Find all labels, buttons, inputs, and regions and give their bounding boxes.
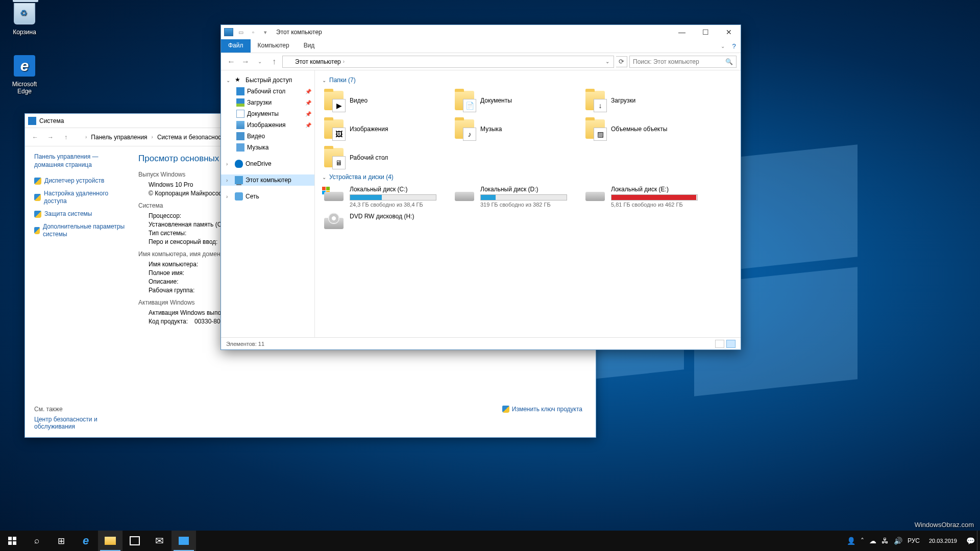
folder-item[interactable]: ↓Загрузки xyxy=(583,88,706,113)
sidebar-link-advanced-settings[interactable]: Дополнительные параметры системы xyxy=(34,223,127,238)
forward-button[interactable]: → xyxy=(44,131,57,143)
minimize-button[interactable]: — xyxy=(670,25,694,39)
shield-icon xyxy=(34,227,40,234)
see-also-header: См. также xyxy=(34,406,106,413)
drive-item-dvd[interactable]: DVD RW дисковод (H:) xyxy=(322,212,445,235)
drive-item[interactable]: Локальный диск (D:)319 ГБ свободно из 38… xyxy=(453,185,575,209)
drive-free-space: 5,81 ГБ свободно из 462 ГБ xyxy=(611,202,698,208)
folder-icon: 📄 xyxy=(454,90,475,111)
desktop-icon-recycle-bin[interactable]: ♻ Корзина xyxy=(5,3,44,36)
window-titlebar[interactable]: ▭ ▫ ▾ Этот компьютер — ☐ ✕ xyxy=(221,25,741,39)
network-tray-icon[interactable]: 🖧 xyxy=(881,537,889,545)
forward-button[interactable]: → xyxy=(239,56,252,68)
folder-icon xyxy=(105,537,116,545)
people-icon[interactable]: 👤 xyxy=(847,537,855,545)
qat-dropdown[interactable]: ▾ xyxy=(260,27,271,38)
taskbar-file-explorer[interactable] xyxy=(98,531,122,551)
breadcrumb[interactable]: Панель управления xyxy=(89,133,149,142)
search-button[interactable]: ⌕ xyxy=(24,531,49,551)
ribbon-tab-file[interactable]: Файл xyxy=(221,39,251,53)
qat-new-folder-button[interactable]: ▫ xyxy=(248,27,259,38)
tree-item-pictures[interactable]: Изображения📌 xyxy=(221,119,314,131)
sidebar-link-device-manager[interactable]: Диспетчер устройств xyxy=(34,177,127,185)
group-header-devices[interactable]: ⌄Устройства и диски (4) xyxy=(322,173,733,181)
onedrive-tray-icon[interactable]: ☁ xyxy=(869,537,876,545)
tree-network[interactable]: ›Сеть xyxy=(221,191,314,202)
start-button[interactable] xyxy=(0,531,24,551)
change-product-key-link[interactable]: Изменить ключ продукта xyxy=(502,406,582,413)
content-pane[interactable]: ⌄Папки (7) ▶Видео📄Документы↓Загрузки🖼Изо… xyxy=(315,70,741,337)
usage-bar xyxy=(350,194,436,201)
label-product-id: Код продукта: xyxy=(149,318,194,325)
pin-icon: 📌 xyxy=(305,100,311,106)
downloads-icon xyxy=(236,98,244,107)
address-dropdown[interactable]: ⌄ xyxy=(603,59,611,64)
folder-icon: ♪ xyxy=(454,118,475,140)
folder-icon: 🖼 xyxy=(323,118,345,140)
task-view-button[interactable]: ⊞ xyxy=(49,531,74,551)
taskbar-mail[interactable]: ✉ xyxy=(147,531,172,551)
tree-item-desktop[interactable]: Рабочий стол📌 xyxy=(221,86,314,97)
desktop-label: Корзина xyxy=(5,29,44,36)
sidebar-link-remote-settings[interactable]: Настройка удаленного доступа xyxy=(34,190,127,205)
folder-item[interactable]: ♪Музыка xyxy=(453,116,575,142)
sidebar-link-system-protection[interactable]: Защита системы xyxy=(34,210,127,218)
drive-item[interactable]: Локальный диск (E:)5,81 ГБ свободно из 4… xyxy=(583,185,706,209)
language-indicator[interactable]: РУС xyxy=(908,537,920,544)
file-explorer-window[interactable]: ▭ ▫ ▾ Этот компьютер — ☐ ✕ Файл Компьюте… xyxy=(220,24,741,350)
control-panel-home-link[interactable]: Панель управления — домашняя страница xyxy=(34,153,127,169)
up-button[interactable]: ↑ xyxy=(60,131,72,143)
action-center-button[interactable]: 💬 xyxy=(966,537,975,545)
settings-icon xyxy=(179,537,189,545)
drive-name: Локальный диск (D:) xyxy=(480,186,567,193)
folder-item[interactable]: 📄Документы xyxy=(453,88,575,113)
shield-icon xyxy=(502,406,509,413)
onedrive-icon xyxy=(235,160,243,168)
volume-tray-icon[interactable]: 🔊 xyxy=(894,537,902,545)
view-details-button[interactable] xyxy=(715,340,724,348)
back-button[interactable]: ← xyxy=(29,131,41,143)
folder-item[interactable]: ▨Объемные объекты xyxy=(583,116,706,142)
folder-label: Видео xyxy=(350,97,368,104)
taskbar-edge[interactable]: e xyxy=(74,531,98,551)
tree-item-music[interactable]: Музыка xyxy=(221,142,314,153)
edge-icon: e xyxy=(14,55,35,77)
tree-item-downloads[interactable]: Загрузки📌 xyxy=(221,97,314,108)
history-dropdown[interactable]: ⌄ xyxy=(254,56,266,68)
taskbar-store[interactable] xyxy=(122,531,147,551)
taskbar[interactable]: ⌕ ⊞ e ✉ 👤 ˄ ☁ 🖧 🔊 РУС 20.03.2019 💬 xyxy=(0,531,980,551)
tree-onedrive[interactable]: ›OneDrive xyxy=(221,158,314,169)
ribbon-expand-button[interactable]: ⌄ xyxy=(718,39,727,53)
search-input[interactable]: Поиск: Этот компьютер 🔍 xyxy=(629,56,737,68)
clock[interactable]: 20.03.2019 xyxy=(925,537,961,544)
folder-item[interactable]: 🖼Изображения xyxy=(322,116,445,142)
back-button[interactable]: ← xyxy=(225,56,237,68)
close-button[interactable]: ✕ xyxy=(717,25,741,39)
navigation-tree[interactable]: ⌄★Быстрый доступ Рабочий стол📌 Загрузки📌… xyxy=(221,70,315,337)
tray-overflow-button[interactable]: ˄ xyxy=(861,537,864,545)
up-button[interactable]: ↑ xyxy=(268,56,280,68)
refresh-button[interactable]: ⟳ xyxy=(616,56,627,67)
address-bar[interactable]: Этот компьютер › ⌄ xyxy=(282,56,614,68)
maximize-button[interactable]: ☐ xyxy=(694,25,717,39)
drive-item[interactable]: Локальный диск (C:)24,3 ГБ свободно из 3… xyxy=(322,185,445,209)
help-button[interactable]: ? xyxy=(727,39,741,53)
address-crumb[interactable]: Этот компьютер xyxy=(295,58,341,65)
folder-item[interactable]: 🖥Рабочий стол xyxy=(322,145,445,170)
tree-quick-access[interactable]: ⌄★Быстрый доступ xyxy=(221,74,314,86)
taskbar-settings[interactable] xyxy=(172,531,196,551)
group-header-folders[interactable]: ⌄Папки (7) xyxy=(322,77,733,84)
show-desktop-button[interactable] xyxy=(977,531,980,551)
tree-item-videos[interactable]: Видео xyxy=(221,131,314,142)
qat-properties-button[interactable]: ▭ xyxy=(235,27,247,38)
tree-this-pc[interactable]: ›Этот компьютер xyxy=(221,174,314,186)
desktop-label: Microsoft Edge xyxy=(5,81,44,95)
breadcrumb[interactable]: Система и безопасность xyxy=(155,133,229,142)
desktop-icon-edge[interactable]: e Microsoft Edge xyxy=(5,55,44,95)
ribbon-tab-computer[interactable]: Компьютер xyxy=(251,39,297,53)
view-tiles-button[interactable] xyxy=(726,340,736,348)
security-center-link[interactable]: Центр безопасности и обслуживания xyxy=(34,416,106,430)
folder-item[interactable]: ▶Видео xyxy=(322,88,445,113)
ribbon-tab-view[interactable]: Вид xyxy=(297,39,322,53)
tree-item-documents[interactable]: Документы📌 xyxy=(221,108,314,119)
